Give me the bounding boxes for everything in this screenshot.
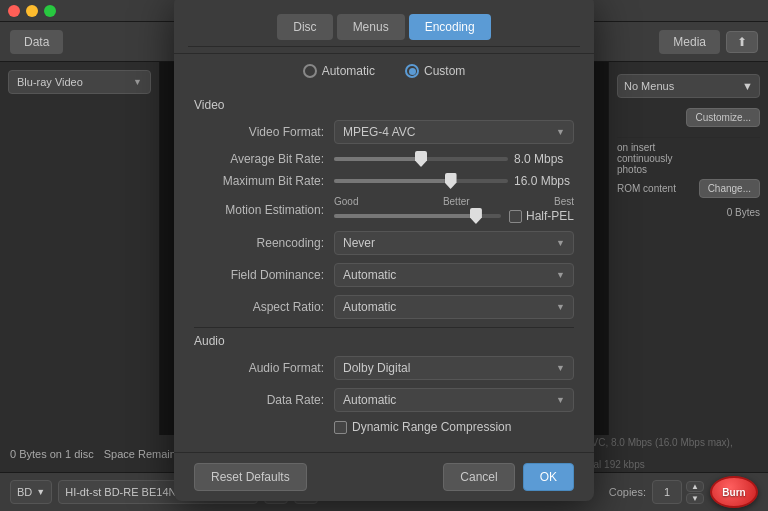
burn-button[interactable]: Burn [710, 476, 758, 508]
halfpel-checkbox-box [509, 210, 522, 223]
data-rate-dropdown[interactable]: Automatic ▼ [334, 388, 574, 412]
chevron-down-icon: ▼ [556, 363, 565, 373]
footer-right: Cancel OK [443, 463, 574, 491]
tab-menus[interactable]: Menus [337, 14, 405, 40]
halfpel-checkbox[interactable]: Half-PEL [509, 209, 574, 223]
bytes-label: 0 Bytes [727, 207, 760, 218]
reencoding-row: Reencoding: Never ▼ [194, 231, 574, 255]
audio-format-label: Audio Format: [194, 361, 334, 375]
audio-format-row: Audio Format: Dolby Digital ▼ [194, 356, 574, 380]
disc-format-dropdown[interactable]: BD ▼ [10, 480, 52, 504]
cancel-button[interactable]: Cancel [443, 463, 514, 491]
data-rate-row: Data Rate: Automatic ▼ [194, 388, 574, 412]
field-dominance-dropdown[interactable]: Automatic ▼ [334, 263, 574, 287]
disc-type-dropdown[interactable]: Blu-ray Video ▼ [8, 70, 151, 94]
tab-disc[interactable]: Disc [277, 14, 332, 40]
modal-footer: Reset Defaults Cancel OK [174, 452, 594, 501]
photos-label: photos [617, 164, 760, 175]
reset-defaults-button[interactable]: Reset Defaults [194, 463, 307, 491]
video-section-label: Video [194, 98, 574, 112]
reencoding-dropdown[interactable]: Never ▼ [334, 231, 574, 255]
section-divider [194, 327, 574, 328]
chevron-down-icon: ▼ [556, 395, 565, 405]
encoding-mode-radios: Automatic Custom [174, 54, 594, 84]
aspect-ratio-label: Aspect Ratio: [194, 300, 334, 314]
ok-button[interactable]: OK [523, 463, 574, 491]
no-menus-dropdown[interactable]: No Menus ▼ [617, 74, 760, 98]
tab-data[interactable]: Data [10, 30, 63, 54]
window-controls [8, 5, 56, 17]
modal-overlay: Disc Menus Encoding Automatic [160, 62, 608, 435]
copies-label: Copies: [609, 486, 646, 498]
on-insert-label: on insert [617, 142, 760, 153]
max-bit-rate-label: Maximum Bit Rate: [194, 174, 334, 188]
max-bit-rate-slider[interactable] [334, 179, 508, 183]
aspect-ratio-control: Automatic ▼ [334, 295, 574, 319]
app-window: Toast 17 Titanium Data Media ⬆ Blu-ray V… [0, 0, 768, 511]
aspect-ratio-dropdown[interactable]: Automatic ▼ [334, 295, 574, 319]
reencoding-control: Never ▼ [334, 231, 574, 255]
chevron-down-icon: ▼ [556, 270, 565, 280]
motion-track-row: Half-PEL [334, 209, 574, 223]
tab-media[interactable]: Media [659, 30, 720, 54]
chevron-down-icon: ▼ [556, 238, 565, 248]
right-sidebar: No Menus ▼ Customize... on insert contin… [608, 62, 768, 435]
audio-format-dropdown[interactable]: Dolby Digital ▼ [334, 356, 574, 380]
copies-increment[interactable]: ▲ [686, 481, 704, 492]
change-button[interactable]: Change... [699, 179, 760, 198]
avg-bit-rate-row: Average Bit Rate: 8.0 Mbps [194, 152, 574, 166]
chevron-down-icon: ▼ [133, 77, 142, 87]
main-content: Disc Menus Encoding Automatic [160, 62, 608, 435]
chevron-down-icon: ▼ [556, 302, 565, 312]
motion-estimation-row: Motion Estimation: Good Better Best [194, 196, 574, 223]
export-button[interactable]: ⬆ [726, 31, 758, 53]
customize-button[interactable]: Customize... [686, 108, 760, 127]
max-bit-rate-row: Maximum Bit Rate: 16.0 Mbps [194, 174, 574, 188]
copies-control: ▲ ▼ [652, 480, 704, 504]
field-dominance-label: Field Dominance: [194, 268, 334, 282]
continuously-label: continuously [617, 153, 760, 164]
max-bit-rate-value: 16.0 Mbps [514, 174, 574, 188]
video-format-dropdown[interactable]: MPEG-4 AVC ▼ [334, 120, 574, 144]
modal-body: Video Video Format: MPEG-4 AVC ▼ [174, 84, 594, 452]
motion-est-control: Good Better Best [334, 196, 574, 223]
aspect-ratio-row: Aspect Ratio: Automatic ▼ [194, 295, 574, 319]
audio-section-label: Audio [194, 334, 574, 348]
data-rate-control: Automatic ▼ [334, 388, 574, 412]
data-rate-label: Data Rate: [194, 393, 334, 407]
maximize-button[interactable] [44, 5, 56, 17]
video-format-row: Video Format: MPEG-4 AVC ▼ [194, 120, 574, 144]
chevron-down-icon: ▼ [742, 80, 753, 92]
field-dominance-row: Field Dominance: Automatic ▼ [194, 263, 574, 287]
avg-bit-rate-slider[interactable] [334, 157, 508, 161]
field-dominance-control: Automatic ▼ [334, 263, 574, 287]
radio-custom[interactable]: Custom [405, 64, 465, 78]
avg-bit-rate-value: 8.0 Mbps [514, 152, 574, 166]
chevron-down-icon: ▼ [36, 487, 45, 497]
encoding-dialog: Disc Menus Encoding Automatic [174, 0, 594, 501]
motion-est-slider[interactable] [334, 214, 501, 218]
bytes-on-disc: 0 Bytes on 1 disc [10, 448, 94, 460]
avg-bit-rate-label: Average Bit Rate: [194, 152, 334, 166]
video-format-label: Video Format: [194, 125, 334, 139]
left-sidebar: Blu-ray Video ▼ [0, 62, 160, 435]
copies-input[interactable] [652, 480, 682, 504]
radio-automatic[interactable]: Automatic [303, 64, 375, 78]
dynamic-range-checkbox[interactable]: Dynamic Range Compression [334, 420, 511, 434]
close-button[interactable] [8, 5, 20, 17]
dynamic-range-checkbox-box [334, 421, 347, 434]
tab-encoding[interactable]: Encoding [409, 14, 491, 40]
dynamic-range-row: Dynamic Range Compression [194, 420, 574, 434]
minimize-button[interactable] [26, 5, 38, 17]
copies-decrement[interactable]: ▼ [686, 493, 704, 504]
rom-content-label: ROM content [617, 183, 676, 194]
reencoding-label: Reencoding: [194, 236, 334, 250]
motion-est-label: Motion Estimation: [194, 203, 334, 217]
app-body: Blu-ray Video ▼ Disc Menus Encoding [0, 62, 768, 435]
audio-format-control: Dolby Digital ▼ [334, 356, 574, 380]
footer-left: Reset Defaults [194, 463, 307, 491]
motion-est-labels: Good Better Best [334, 196, 574, 207]
modal-title: Disc Menus Encoding [174, 0, 594, 54]
radio-automatic-indicator [303, 64, 317, 78]
radio-custom-indicator [405, 64, 419, 78]
